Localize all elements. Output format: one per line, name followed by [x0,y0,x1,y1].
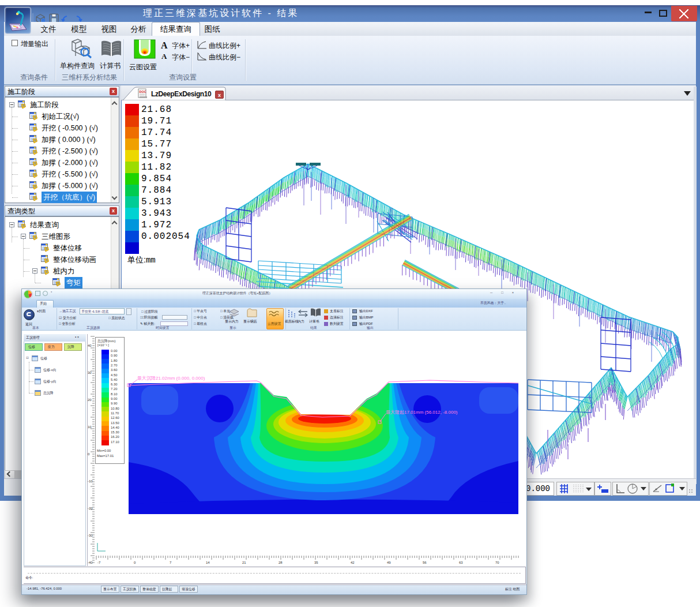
svg-text:DOC: DOC [140,90,146,93]
svg-text:14: 14 [206,561,210,564]
svg-text:56: 56 [423,561,427,564]
svg-text:49: 49 [387,561,391,564]
svg-text:-10: -10 [88,479,93,483]
svg-text:7: 7 [170,561,172,564]
svg-text:-30: -30 [88,534,93,537]
svg-text:0: 0 [88,452,90,456]
svg-text:42: 42 [351,561,355,564]
svg-text:-20: -20 [88,507,93,510]
svg-text:-7: -7 [97,561,101,564]
svg-text:0: 0 [134,561,136,564]
svg-text:35: 35 [314,561,318,564]
svg-text:最大沉降21.02mm (0.000, 0.000): 最大沉降21.02mm (0.000, 0.000) [137,376,205,381]
svg-text:20: 20 [88,398,92,402]
svg-text:30: 30 [88,371,92,374]
svg-text:最大隆起17.01mm (56.012, -8.000): 最大隆起17.01mm (56.012, -8.000) [386,410,458,415]
svg-text:28: 28 [279,561,283,564]
svg-text:63: 63 [459,561,463,564]
svg-text:40: 40 [88,344,92,347]
svg-text:10: 10 [88,425,92,429]
svg-text:70: 70 [495,561,499,564]
svg-text:21: 21 [242,561,246,564]
svg-text:-40: -40 [88,561,93,564]
